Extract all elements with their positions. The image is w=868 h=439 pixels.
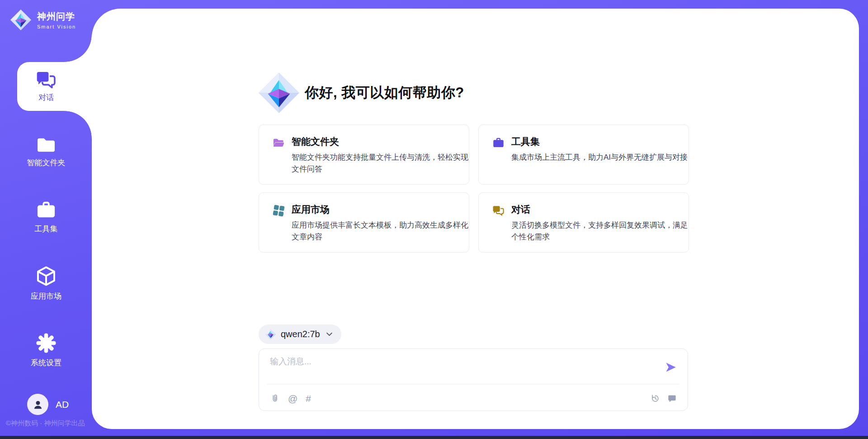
gear-icon	[36, 333, 57, 353]
user-name: AD	[56, 399, 69, 410]
brand-name: 神州问学	[37, 10, 76, 23]
avatar	[27, 394, 48, 415]
brand-subtitle: Smart Vision	[37, 24, 76, 29]
sidebar-item-chat[interactable]: 对话	[17, 62, 92, 111]
card-description: 智能文件夹功能支持批量文件上传与清洗，轻松实现文件问答	[292, 152, 471, 175]
grid-icon	[273, 205, 285, 217]
greeting-text: 你好, 我可以如何帮助你?	[305, 83, 464, 102]
main-panel: 你好, 我可以如何帮助你? 智能文件夹 智能文件夹功能支持批量文件上传与清洗，轻…	[92, 9, 859, 429]
assistant-logo-icon	[258, 72, 300, 114]
conversation-button[interactable]	[667, 394, 677, 403]
card-description: 灵活切换多模型文件，支持多样回复效果调试，满足个性化需求	[511, 220, 690, 243]
briefcase-icon	[492, 137, 505, 149]
copyright-footer: ©神州数码 · 神州问学出品	[6, 419, 85, 428]
comment-icon	[667, 394, 677, 403]
sidebar-item-label: 智能文件夹	[27, 157, 66, 168]
send-icon	[665, 361, 677, 373]
sidebar: 神州问学 Smart Vision 对话 智能文件夹 工具集 应用市场	[0, 0, 92, 439]
sidebar-item-smart-folder[interactable]: 智能文件夹	[19, 130, 73, 174]
card-toolset[interactable]: 工具集 集成市场上主流工具，助力AI与外界无缝扩展与对接	[478, 124, 689, 185]
user-profile-button[interactable]: AD	[27, 394, 69, 415]
at-icon: @	[288, 394, 297, 403]
sidebar-item-app-market[interactable]: 应用市场	[19, 262, 73, 305]
card-title: 工具集	[511, 135, 540, 148]
card-chat[interactable]: 对话 灵活切换多模型文件，支持多样回复效果调试，满足个性化需求	[478, 192, 689, 253]
folder-icon	[36, 136, 57, 153]
chat-icon	[36, 71, 57, 89]
sidebar-item-label: 对话	[38, 92, 54, 103]
greeting: 你好, 我可以如何帮助你?	[258, 72, 464, 114]
card-app-market[interactable]: 应用市场 应用市场提供丰富长文本模板，助力高效生成多样化文章内容	[259, 192, 469, 253]
hash-icon: #	[306, 394, 311, 403]
sidebar-item-settings[interactable]: 系统设置	[19, 329, 73, 372]
sidebar-item-label: 系统设置	[31, 358, 61, 368]
brand-logo-icon	[10, 9, 32, 31]
attach-file-button[interactable]	[270, 393, 280, 404]
person-icon	[32, 399, 44, 410]
tab-flare-top	[65, 35, 92, 62]
history-icon	[651, 394, 660, 403]
model-selector[interactable]: qwen2:7b	[259, 324, 341, 344]
topic-button[interactable]: #	[306, 394, 311, 403]
taskbar-edge	[0, 436, 868, 439]
paperclip-icon	[270, 393, 280, 404]
sidebar-item-label: 工具集	[35, 224, 58, 234]
history-button[interactable]	[651, 394, 660, 403]
model-name: qwen2:7b	[281, 329, 320, 339]
app-root: 神州问学 Smart Vision 对话 智能文件夹 工具集 应用市场	[0, 0, 868, 439]
chevron-down-icon	[326, 330, 333, 338]
card-description: 集成市场上主流工具，助力AI与外界无缝扩展与对接	[511, 152, 690, 163]
composer-toolbar: @ #	[270, 389, 677, 408]
cube-icon	[35, 265, 57, 287]
message-input[interactable]	[270, 356, 659, 381]
message-composer: @ #	[259, 348, 688, 411]
feature-cards: 智能文件夹 智能文件夹功能支持批量文件上传与清洗，轻松实现文件问答 工具集 集成…	[259, 124, 689, 253]
briefcase-icon	[36, 200, 57, 220]
brand: 神州问学 Smart Vision	[10, 9, 76, 31]
mention-button[interactable]: @	[288, 394, 297, 403]
sidebar-item-label: 应用市场	[31, 291, 61, 301]
sidebar-item-toolset[interactable]: 工具集	[19, 196, 73, 239]
card-title: 智能文件夹	[292, 135, 339, 148]
composer-divider	[267, 384, 679, 384]
card-title: 应用市场	[292, 203, 330, 216]
card-description: 应用市场提供丰富长文本模板，助力高效生成多样化文章内容	[292, 220, 471, 243]
chat-icon	[492, 205, 505, 217]
card-title: 对话	[511, 203, 530, 216]
model-logo-icon	[265, 329, 276, 340]
card-smart-folder[interactable]: 智能文件夹 智能文件夹功能支持批量文件上传与清洗，轻松实现文件问答	[259, 124, 469, 185]
folder-open-icon	[273, 137, 285, 149]
send-button[interactable]	[665, 361, 677, 373]
